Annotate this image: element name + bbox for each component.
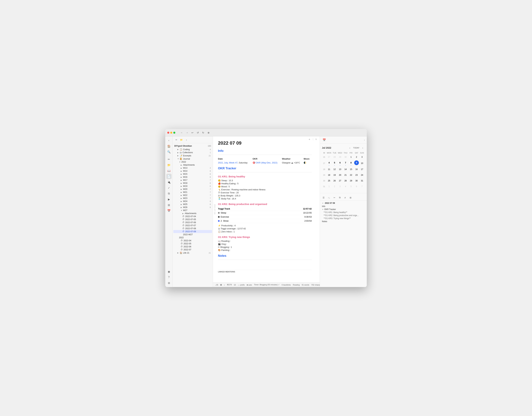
cal-day[interactable]: 27	[326, 154, 332, 160]
back-button[interactable]: ←	[179, 131, 184, 135]
cal-day[interactable]: 5•	[332, 160, 337, 167]
sidebar-item-w22[interactable]: ▶ W22 7	[173, 194, 212, 197]
cal-day[interactable]: 2	[354, 154, 359, 160]
cal-day[interactable]: 28	[343, 178, 348, 184]
sidebar-item-2022[interactable]: ▼ 2022	[173, 160, 212, 163]
weeknum-30[interactable]: 30	[322, 178, 326, 184]
search-icon[interactable]: 🔍	[166, 149, 172, 155]
cal-day[interactable]: 8•	[348, 160, 354, 167]
sidebar-item-collections[interactable]: ▶ 🗂 Collections 1	[173, 151, 212, 154]
sidebar-item-journal[interactable]: ▼ 📔 Journal	[173, 157, 212, 160]
outline-hash-btn[interactable]: #	[343, 196, 347, 200]
cal-day[interactable]: 31	[359, 178, 365, 184]
help-icon[interactable]: ?	[166, 275, 172, 280]
edit-icon[interactable]: ✏	[166, 157, 172, 162]
weeknum-29[interactable]: 29	[322, 172, 326, 178]
outline-cut-btn[interactable]: ✂	[332, 196, 337, 200]
cal-day[interactable]: 6	[354, 184, 359, 189]
outline-copy-btn[interactable]: ⧉	[337, 196, 342, 200]
cal-day[interactable]: 17	[359, 167, 365, 172]
sidebar-item-2022-07[interactable]: ⏱ 2022-07	[173, 248, 212, 251]
sidebar-item-w16[interactable]: ▶ W16 8	[173, 176, 212, 178]
files-icon[interactable]: 📁	[166, 162, 172, 168]
weeknum-28[interactable]: 28	[322, 167, 326, 172]
settings-icon[interactable]: ⚙	[166, 280, 172, 286]
home-icon[interactable]: 🏠	[166, 143, 172, 149]
cal-day[interactable]: 18	[326, 172, 332, 178]
sidebar-item-2022-04[interactable]: ⏱ 2022-04	[173, 239, 212, 242]
cal-day[interactable]: 24	[359, 172, 365, 178]
outline-grid-btn[interactable]: ⊞	[348, 196, 353, 200]
sidebar-item-w21[interactable]: ▶ W21 7	[173, 191, 212, 194]
cal-day[interactable]: 10	[359, 160, 365, 167]
cal-day[interactable]: 1	[348, 154, 354, 160]
cal-day[interactable]: 23	[354, 172, 359, 178]
sidebar-item-coding[interactable]: ▶ 📋 Coding 4	[173, 148, 212, 151]
sidebar-item-w27-attachments[interactable]: ▶ Attachments	[173, 212, 212, 215]
cal-day[interactable]: 1	[326, 184, 332, 189]
cal-day[interactable]: 30	[343, 154, 348, 160]
weeknum-27[interactable]: 27	[322, 160, 326, 167]
cal-today-button[interactable]: TODAY	[352, 147, 360, 149]
cal-day[interactable]: 28	[332, 154, 337, 160]
sidebar-item-w18[interactable]: ▶ W18 8	[173, 182, 212, 185]
sidebar-item-w23[interactable]: ▶ W23 7	[173, 197, 212, 200]
cal-day[interactable]: 25	[326, 178, 332, 184]
redo-button2[interactable]: ↻	[201, 131, 206, 135]
outline-item-okr[interactable]: ▼ OKR Tracker	[321, 208, 365, 211]
sidebar-item-w19[interactable]: ▶ W19 8	[173, 185, 212, 188]
cal-day[interactable]: 14	[343, 167, 348, 172]
sidebar-year-2022-monthly[interactable]: 2022	[173, 236, 212, 239]
cal-day[interactable]: 27	[337, 178, 343, 184]
graph-icon[interactable]: ◉	[166, 269, 172, 274]
sidebar-item-life[interactable]: ▶ 🏠 Life 21 21	[173, 251, 212, 254]
minimize-button[interactable]	[170, 132, 172, 134]
cal-day[interactable]: 15	[348, 167, 354, 172]
sidebar-item-excerpts[interactable]: ▶ 📝 Excerpts 21	[173, 154, 212, 157]
redo-button1[interactable]: ↺	[195, 131, 200, 135]
sidebar-item-2022-07-06[interactable]: ⏱ 2022-07-06	[173, 221, 212, 224]
sidebar-item-2022-07-05[interactable]: ⏱ 2022-07-05	[173, 218, 212, 221]
close-button[interactable]	[167, 132, 169, 134]
sidebar-item-2022-07-07[interactable]: ⏱ 2022-07-07	[173, 224, 212, 227]
calendar-icon[interactable]: 📅	[166, 208, 172, 213]
sidebar-item-w24[interactable]: ▶ W24 8	[173, 200, 212, 203]
grid-icon[interactable]: ⊞	[166, 202, 172, 208]
cal-day[interactable]: 21	[343, 172, 348, 178]
cal-day[interactable]: 29	[337, 154, 343, 160]
outline-item-notes[interactable]: Notes	[321, 220, 365, 223]
cal-day[interactable]: 11	[326, 167, 332, 172]
cal-day[interactable]: 6•	[337, 160, 343, 167]
page-icon[interactable]: 📄	[166, 174, 172, 179]
okr-link[interactable]: 🎯 OKR (May-Dec, 2022)	[253, 161, 277, 164]
cal-day[interactable]: 19	[332, 172, 337, 178]
cal-next-button[interactable]: ›	[361, 146, 365, 150]
outline-item-kr2[interactable]: **O1 KR2: Being productive and orga...	[321, 214, 365, 217]
outline-item-kr1[interactable]: **O1 KR1: Being healthy**	[321, 211, 365, 214]
sidebar-item-2022-w27[interactable]: 2022-W27	[173, 233, 212, 236]
cal-day-selected[interactable]: 9•	[354, 160, 359, 167]
cal-day[interactable]: 3	[359, 154, 365, 160]
sidebar-item-w15[interactable]: ▶ W15 8	[173, 173, 212, 176]
month-link[interactable]: July	[224, 161, 228, 164]
cal-day[interactable]: 2	[332, 184, 337, 189]
cal-day[interactable]: 13	[337, 167, 343, 172]
undo-button[interactable]: ↩	[190, 131, 195, 135]
sidebar-item-2022-07-04[interactable]: ⏱ 2022-07-04	[173, 215, 212, 218]
weeknum-26[interactable]: 26	[322, 154, 326, 160]
cal-day[interactable]: 30	[354, 178, 359, 184]
collapse-rail-button[interactable]: ‹	[166, 138, 172, 143]
sidebar-item-w14[interactable]: ▶ W14 8	[173, 169, 212, 173]
sidebar-item-2022-07-09[interactable]: ⏱ 2022-07-09	[173, 230, 212, 233]
outline-sort-btn[interactable]: ↑↓	[327, 196, 331, 200]
sidebar-item-2022-06[interactable]: ⏱ 2022-06	[173, 245, 212, 248]
cal-day[interactable]: 4•	[326, 160, 332, 167]
outline-list-btn[interactable]: ☰	[321, 196, 326, 200]
cal-day[interactable]: 20	[337, 172, 343, 178]
cal-day[interactable]: 29	[348, 178, 354, 184]
sidebar-item-2022-05[interactable]: ⏱ 2022-05	[173, 242, 212, 245]
cal-day[interactable]: 22	[348, 172, 354, 178]
cal-day[interactable]: 5	[348, 184, 354, 189]
cal-day[interactable]: 26	[332, 178, 337, 184]
new-note-icon[interactable]: ✏	[174, 138, 178, 142]
